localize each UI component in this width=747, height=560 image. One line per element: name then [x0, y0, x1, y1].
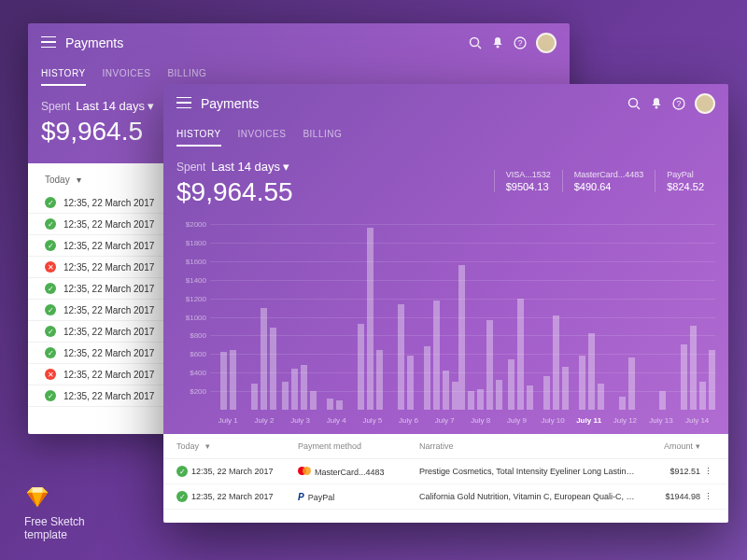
success-icon: ✓	[45, 218, 56, 230]
x-tick-label: July 6	[390, 416, 427, 425]
chart-day-column[interactable]	[388, 224, 423, 410]
success-icon: ✓	[45, 240, 56, 251]
menu-icon[interactable]	[176, 95, 191, 112]
card-value: $824.52	[667, 181, 704, 192]
chart-day-column[interactable]	[352, 224, 388, 410]
chart-bar	[301, 365, 307, 410]
period-selector[interactable]: Last 14 days▾	[76, 99, 154, 113]
spent-label: Spent	[176, 161, 205, 174]
svg-point-4	[629, 99, 638, 107]
more-icon[interactable]: ⋮	[700, 467, 715, 476]
chart-bar	[588, 333, 595, 410]
bell-icon[interactable]	[650, 97, 663, 110]
sketch-icon	[24, 483, 50, 510]
payment-method: MasterCard...4483	[298, 467, 419, 477]
x-tick-label: July 8	[462, 416, 499, 425]
col-header-narrative[interactable]: Narrative	[419, 441, 635, 451]
search-icon[interactable]	[627, 97, 641, 110]
help-icon[interactable]: ?	[514, 36, 527, 49]
more-icon[interactable]: ⋮	[700, 492, 715, 501]
chart-bar	[433, 301, 440, 410]
tab-history[interactable]: HISTORY	[176, 123, 221, 147]
x-tick-label: July 1	[210, 416, 247, 425]
chart-day-column[interactable]	[538, 224, 573, 410]
table-row[interactable]: ✓ 12:35, 22 March 2017PPayPalCalifornia …	[163, 484, 728, 510]
error-icon: ✕	[45, 369, 56, 380]
chart-day-column[interactable]	[644, 224, 680, 410]
x-tick-label: July 14	[679, 416, 715, 425]
search-icon[interactable]	[469, 36, 482, 49]
y-tick-label: $200	[176, 387, 206, 396]
timestamp: 12:35, 22 March 2017	[63, 284, 154, 294]
chart-day-column[interactable]	[502, 224, 538, 410]
chart-bar	[310, 391, 317, 410]
help-icon[interactable]: ?	[672, 97, 685, 110]
chart-day-column[interactable]	[680, 224, 715, 410]
y-tick-label: $600	[176, 350, 206, 358]
tab-history[interactable]: HISTORY	[41, 63, 86, 86]
chart-day-column[interactable]	[210, 224, 246, 410]
chart-day-column[interactable]	[317, 224, 352, 410]
col-header-amount[interactable]: Amount▾	[635, 441, 700, 451]
svg-point-0	[471, 38, 479, 47]
timestamp: 12:35, 22 March 2017	[63, 327, 154, 337]
tab-invoices[interactable]: INVOICES	[238, 123, 287, 147]
date-filter[interactable]: Today▾	[176, 441, 298, 451]
chart-day-column[interactable]	[281, 224, 317, 410]
chart-bar	[220, 352, 227, 410]
chart-bar	[486, 320, 493, 410]
period-selector[interactable]: Last 14 days▾	[211, 160, 289, 174]
bell-icon[interactable]	[491, 36, 504, 49]
tab-billing[interactable]: BILLING	[167, 63, 206, 86]
chart-bar	[508, 359, 514, 410]
chart-day-column[interactable]	[423, 224, 458, 410]
x-tick-label: July 4	[318, 416, 355, 425]
y-tick-label: $800	[176, 331, 206, 340]
summary-card[interactable]: VISA...1532$9504.13	[494, 170, 562, 192]
y-tick-label: $1000	[176, 314, 206, 322]
payment-method: PPayPal	[298, 492, 419, 502]
y-tick-label: $1200	[176, 295, 206, 303]
avatar[interactable]	[695, 93, 715, 114]
page-title: Payments	[65, 35, 459, 50]
tabs: HISTORY INVOICES BILLING	[28, 63, 570, 86]
timestamp: 12:35, 22 March 2017	[63, 241, 154, 251]
summary-card[interactable]: MasterCard...4483$490.64	[562, 170, 655, 192]
success-icon: ✓	[45, 347, 56, 358]
svg-text:?: ?	[676, 99, 681, 108]
chart-bar	[291, 369, 298, 410]
chart-day-column[interactable]	[573, 224, 609, 410]
table-row[interactable]: ✓ 12:35, 22 March 2017MasterCard...4483P…	[163, 459, 728, 484]
x-tick-label: July 5	[355, 416, 391, 425]
chart-bar	[527, 385, 533, 410]
avatar[interactable]	[536, 33, 557, 53]
chart-bar	[358, 324, 364, 410]
spending-chart: $2000$1800$1600$1400$1200$1000$800$600$4…	[176, 224, 715, 425]
chart-bar	[230, 350, 236, 410]
chart-day-column[interactable]	[458, 224, 502, 410]
timestamp: 12:35, 22 March 2017	[63, 391, 154, 401]
chart-day-column[interactable]	[246, 224, 281, 410]
card-value: $490.64	[574, 181, 644, 192]
timestamp: 12:35, 22 March 2017	[63, 198, 154, 208]
chart-bar	[598, 384, 604, 410]
col-header-method[interactable]: Payment method	[298, 441, 419, 451]
timestamp: 12:35, 22 March 2017	[191, 467, 274, 476]
summary-card[interactable]: PayPal$824.52	[655, 170, 715, 192]
y-tick-label: $1600	[176, 258, 206, 266]
tab-billing[interactable]: BILLING	[303, 123, 342, 147]
amount: $912.51	[635, 467, 700, 476]
chart-bar	[458, 265, 465, 410]
chart-bar	[452, 382, 458, 410]
card-name: VISA...1532	[506, 170, 551, 179]
chart-bar	[468, 391, 474, 410]
tab-invoices[interactable]: INVOICES	[103, 63, 151, 86]
payments-window-main: Payments ? HISTORY INVOICES BILLING Spen…	[163, 84, 728, 523]
chart-bar	[681, 344, 687, 410]
mastercard-icon	[298, 467, 311, 475]
chart-day-column[interactable]	[609, 224, 644, 410]
chart-bar	[628, 357, 635, 410]
menu-icon[interactable]	[41, 35, 56, 51]
x-tick-label: July 13	[643, 416, 680, 425]
svg-point-1	[497, 46, 500, 49]
